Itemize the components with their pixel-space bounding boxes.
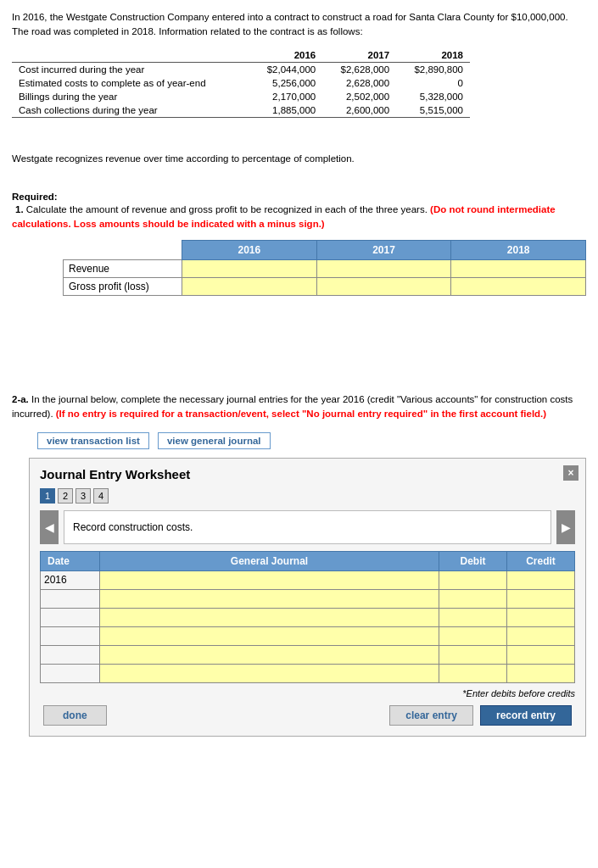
item-number-1: 1.: [15, 204, 24, 214]
journal-debit-cell-6[interactable]: [439, 664, 507, 682]
journal-header-gj: General Journal: [100, 551, 439, 570]
close-button[interactable]: ×: [563, 465, 578, 481]
page-tab-2[interactable]: 2: [58, 488, 73, 504]
journal-debit-cell-3[interactable]: [439, 608, 507, 626]
journal-debit-cell-1[interactable]: [439, 570, 507, 589]
journal-credit-cell-6[interactable]: [507, 664, 575, 682]
journal-table: Date General Journal Debit Credit 2016: [40, 551, 575, 683]
clear-entry-button[interactable]: clear entry: [389, 705, 473, 726]
row-2016-3: 2,170,000: [249, 90, 322, 103]
row-2018-1: $2,890,800: [396, 62, 470, 76]
calc-input-gp-2018[interactable]: [451, 278, 586, 296]
journal-gj-cell-3[interactable]: [100, 608, 439, 626]
page-tab-3[interactable]: 3: [75, 488, 91, 504]
journal-debit-cell-2[interactable]: [439, 589, 507, 608]
data-table: 2016 2017 2018 Cost incurred during the …: [12, 48, 470, 118]
journal-gj-cell-5[interactable]: [100, 645, 439, 664]
row-2018-4: 5,515,000: [396, 103, 470, 118]
journal-credit-cell-5[interactable]: [507, 645, 575, 664]
table-row: Cost incurred during the year $2,044,000…: [12, 62, 470, 76]
page-tabs: 1 2 3 4: [40, 488, 575, 504]
journal-row-1: 2016: [41, 570, 575, 589]
journal-date-cell-6: [41, 664, 100, 682]
section-2a: 2-a. In the journal below, complete the …: [12, 392, 586, 422]
calc-input-revenue-2017[interactable]: [316, 260, 451, 278]
calc-header-2016: 2016: [182, 241, 317, 260]
row-label-4: Cash collections during the year: [12, 103, 249, 118]
col-header-2018: 2018: [396, 48, 470, 63]
journal-row-5: [41, 645, 575, 664]
button-row: view transaction list view general journ…: [37, 432, 586, 449]
journal-row-6: [41, 664, 575, 682]
required-label: Required:: [12, 192, 58, 202]
journal-gj-cell-4[interactable]: [100, 626, 439, 645]
next-arrow-button[interactable]: ▶: [556, 510, 575, 544]
table-row: Estimated costs to complete as of year-e…: [12, 76, 470, 90]
calc-row-revenue: Revenue: [64, 260, 586, 278]
done-button[interactable]: done: [43, 705, 107, 726]
calc-label-gross-profit: Gross profit (loss): [64, 278, 182, 296]
journal-row-2: [41, 589, 575, 608]
journal-gj-cell-6[interactable]: [100, 664, 439, 682]
calc-input-revenue-2016[interactable]: [182, 260, 317, 278]
required-item-1: 1. Calculate the amount of revenue and g…: [12, 204, 556, 229]
prev-arrow-button[interactable]: ◀: [40, 510, 59, 544]
row-label-1: Cost incurred during the year: [12, 62, 249, 76]
page-tab-1[interactable]: 1: [40, 488, 55, 504]
row-label-2: Estimated costs to complete as of year-e…: [12, 76, 249, 90]
view-general-journal-button[interactable]: view general journal: [158, 432, 271, 449]
journal-date-cell-2: [41, 589, 100, 608]
bottom-button-row: done clear entry record entry: [40, 705, 575, 726]
journal-worksheet-title: Journal Entry Worksheet: [40, 467, 575, 481]
calc-table: 2016 2017 2018 Revenue Gross profit (los…: [63, 240, 586, 296]
journal-row-3: [41, 608, 575, 626]
section-2a-red-text: (If no entry is required for a transacti…: [56, 409, 546, 419]
row-2018-3: 5,328,000: [396, 90, 470, 103]
hint-text: *Enter debits before credits: [40, 688, 575, 698]
row-2017-1: $2,628,000: [322, 62, 396, 76]
journal-gj-cell-1[interactable]: [100, 570, 439, 589]
note-text: Westgate recognizes revenue over time ac…: [12, 153, 586, 164]
item-text-1: Calculate the amount of revenue and gros…: [26, 204, 428, 214]
record-desc-row: ◀ Record construction costs. ▶: [40, 510, 575, 544]
calc-input-revenue-2018[interactable]: [451, 260, 586, 278]
journal-debit-cell-5[interactable]: [439, 645, 507, 664]
journal-header-debit: Debit: [439, 551, 507, 570]
calc-label-revenue: Revenue: [64, 260, 182, 278]
row-2016-2: 5,256,000: [249, 76, 322, 90]
calc-row-gross-profit: Gross profit (loss): [64, 278, 586, 296]
journal-date-cell-1: 2016: [41, 570, 100, 589]
row-2018-2: 0: [396, 76, 470, 90]
record-entry-button[interactable]: record entry: [480, 705, 572, 726]
journal-header-date: Date: [41, 551, 100, 570]
intro-text: In 2016, the Westgate Construction Compa…: [12, 10, 586, 40]
col-header-2017: 2017: [322, 48, 396, 63]
journal-date-cell-4: [41, 626, 100, 645]
section-2a-number: 2-a.: [12, 394, 29, 404]
row-label-3: Billings during the year: [12, 90, 249, 103]
page-tab-4[interactable]: 4: [93, 488, 109, 504]
col-header-2016: 2016: [249, 48, 322, 63]
journal-date-cell-3: [41, 608, 100, 626]
row-2017-4: 2,600,000: [322, 103, 396, 118]
view-transaction-list-button[interactable]: view transaction list: [37, 432, 149, 449]
journal-row-4: [41, 626, 575, 645]
journal-debit-cell-4[interactable]: [439, 626, 507, 645]
journal-date-cell-5: [41, 645, 100, 664]
journal-credit-cell-3[interactable]: [507, 608, 575, 626]
calc-header-2018: 2018: [451, 241, 586, 260]
required-section: Required: 1. Calculate the amount of rev…: [12, 191, 586, 232]
journal-credit-cell-1[interactable]: [507, 570, 575, 589]
journal-header-credit: Credit: [507, 551, 575, 570]
calc-input-gp-2016[interactable]: [182, 278, 317, 296]
journal-gj-cell-2[interactable]: [100, 589, 439, 608]
journal-credit-cell-4[interactable]: [507, 626, 575, 645]
row-2017-3: 2,502,000: [322, 90, 396, 103]
journal-credit-cell-2[interactable]: [507, 589, 575, 608]
calc-input-gp-2017[interactable]: [316, 278, 451, 296]
row-2017-2: 2,628,000: [322, 76, 396, 90]
row-2016-4: 1,885,000: [249, 103, 322, 118]
row-2016-1: $2,044,000: [249, 62, 322, 76]
journal-worksheet: × Journal Entry Worksheet 1 2 3 4 ◀ Reco…: [29, 458, 586, 737]
table-row: Cash collections during the year 1,885,0…: [12, 103, 470, 118]
